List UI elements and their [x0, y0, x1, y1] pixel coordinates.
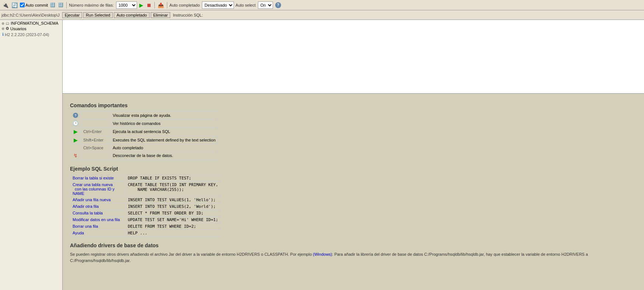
- cmd-desc-disconnect: Desconectar de la base de datos.: [111, 151, 218, 160]
- sql-action-1[interactable]: Borrar la tabla si existe: [70, 175, 126, 182]
- auto-commit-label: Auto commit: [20, 3, 48, 7]
- commands-table: ? Visualizar esta página de ayuda. 🕑 Ver…: [70, 111, 218, 160]
- cmd-shortcut-help: [81, 112, 111, 119]
- max-rows-select[interactable]: 100 500 1000 5000 10000: [116, 1, 137, 9]
- sidebar-item-information-schema[interactable]: ⊕ 🗂 INFORMATION_SCHEMA: [1, 21, 62, 26]
- sep2: [154, 2, 155, 8]
- auto-commit-checkbox[interactable]: [20, 3, 25, 7]
- sep3: [167, 2, 167, 8]
- run-icon-toolbar: ▶: [139, 2, 143, 8]
- cmd-desc-help: Visualizar esta página de ayuda.: [111, 112, 218, 119]
- sql-action-5[interactable]: Consulta la tabla: [70, 210, 126, 217]
- help-icon-toolbar: ?: [275, 2, 281, 8]
- expand-icon-schema1: ⊕: [1, 21, 4, 25]
- transaction-icon2: 🔢: [58, 3, 63, 7]
- sql-code-1: DROP TABLE IF EXISTS TEST;: [126, 175, 221, 182]
- command-row-autocomplete: Ctrl+Space Auto completado: [70, 144, 218, 151]
- sql-code-5: SELECT * FROM TEST ORDER BY ID;: [126, 210, 221, 217]
- sql-action-4[interactable]: Añadir otra fila: [70, 203, 126, 210]
- run-btn-toolbar[interactable]: ▶: [139, 2, 144, 8]
- export-btn[interactable]: 📤: [157, 2, 165, 8]
- cmd-icon-disconnect: ↯: [70, 151, 81, 160]
- cmd-shortcut-disconnect: [81, 151, 111, 160]
- cmd-icon-run: ▶: [70, 127, 81, 136]
- sql-action-6[interactable]: Modificar datos en una fila: [70, 217, 126, 223]
- auto-completado-button[interactable]: Auto completado: [114, 12, 150, 18]
- command-row-disconnect: ↯ Desconectar de la base de datos.: [70, 151, 218, 160]
- history-icon: 🕑: [73, 120, 78, 126]
- refresh-btn[interactable]: 🔄: [11, 2, 18, 8]
- cmd-desc-history: Ver histórico de comandos: [111, 119, 218, 127]
- version-display: ℹ H2 2.2.220 (2023-07-04): [1, 31, 62, 38]
- transaction-btn2[interactable]: 🔢: [57, 2, 64, 8]
- drivers-description: Se pueden registrar otros drivers añadie…: [70, 251, 637, 263]
- sep1: [66, 2, 67, 8]
- cmd-icon-help: ?: [70, 112, 81, 119]
- auto-commit-text: Auto commit: [25, 3, 48, 7]
- cmd-shortcut-history: [81, 119, 111, 127]
- sql-code-3: INSERT INTO TEST VALUES(1, 'Hello');: [126, 197, 221, 203]
- ejecutar-button[interactable]: Ejecutar: [62, 12, 82, 18]
- sidebar-item-usuarios[interactable]: ⊕ ⚙ Usuarios: [1, 26, 62, 31]
- help-cmd-icon: ?: [73, 113, 78, 118]
- cmd-shortcut-run: Ctrl+Enter: [81, 127, 111, 136]
- sql-row-4: Añadir otra fila INSERT INTO TEST VALUES…: [70, 203, 221, 210]
- sql-editor: [63, 20, 644, 94]
- sql-row-1: Borrar la tabla si existe DROP TABLE IF …: [70, 175, 221, 182]
- section2-title: Ejemplo SQL Script: [70, 166, 637, 172]
- sql-row-8: Ayuda HELP ...: [70, 230, 221, 237]
- sidebar: ⊕ 🗂 INFORMATION_SCHEMA ⊕ ⚙ Usuarios ℹ H2…: [0, 20, 63, 290]
- cmd-desc-autocomplete: Auto completado: [111, 144, 218, 151]
- command-row-runsel: ▶ Shift+Enter Executes the SQL statement…: [70, 136, 218, 144]
- command-row-history: 🕑 Ver histórico de comandos: [70, 119, 218, 127]
- eliminar-button[interactable]: Eliminar: [151, 12, 171, 18]
- jdbc-path: jdbc:h2:C:\Users\Alex\Desktop\J: [1, 13, 60, 17]
- schema-icon1: 🗂: [6, 21, 10, 25]
- max-rows-label: Número máximo de filas:: [69, 3, 114, 7]
- auto-select-select[interactable]: On Off: [258, 1, 273, 9]
- refresh-icon: 🔄: [11, 2, 18, 8]
- run-selected-button[interactable]: Run Selected: [83, 12, 113, 18]
- info-icon: ℹ: [2, 32, 4, 37]
- command-row-run: ▶ Ctrl+Enter Ejecuta la actual sentencia…: [70, 127, 218, 136]
- help-toolbar-btn[interactable]: ?: [274, 2, 282, 8]
- command-row-help: ? Visualizar esta página de ayuda.: [70, 112, 218, 119]
- disconnect-toolbar-btn[interactable]: 🔌: [1, 2, 9, 8]
- cmd-icon-autocomplete: [70, 144, 81, 151]
- sql-action-7[interactable]: Borrar una fila: [70, 223, 126, 230]
- cmd-desc-runsel: Executes the SQL statement defined by th…: [111, 136, 218, 144]
- stop-icon-toolbar: ⏹: [146, 2, 151, 8]
- cmd-icon-runsel: ▶: [70, 136, 81, 144]
- cmd-desc-run: Ejecuta la actual sentencia SQL: [111, 127, 218, 136]
- auto-complete-select[interactable]: Activado Desactivado: [202, 1, 234, 9]
- help-content: Comandos importantes ? Visualizar esta p…: [63, 94, 644, 268]
- auto-complete-label: Auto completado: [169, 3, 200, 7]
- expand-icon-schema2: ⊕: [1, 27, 4, 31]
- sql-action-3[interactable]: Añadir una fila nueva: [70, 197, 126, 203]
- transaction-icon1: 🔢: [50, 3, 55, 7]
- cmd-icon-history: 🕑: [70, 119, 81, 127]
- sql-code-6: UPDATE TEST SET NAME='Hi' WHERE ID=1;: [126, 217, 221, 223]
- main-toolbar: 🔌 🔄 Auto commit 🔢 🔢 Número máximo de fil…: [0, 0, 644, 10]
- export-icon: 📤: [158, 2, 164, 8]
- sql-action-8[interactable]: Ayuda: [70, 230, 126, 237]
- sql-action-2[interactable]: Crear una tabla nueva con las columnas I…: [70, 182, 126, 197]
- sql-example-table: Borrar la tabla si existe DROP TABLE IF …: [70, 175, 221, 237]
- sql-code-4: INSERT INTO TEST VALUES(2, 'World');: [126, 203, 221, 210]
- sql-code-7: DELETE FROM TEST WHERE ID=2;: [126, 223, 221, 230]
- windows-highlight: (Windows): [313, 252, 332, 256]
- transaction-btn1[interactable]: 🔢: [49, 2, 56, 8]
- schema1-label: INFORMATION_SCHEMA: [11, 21, 58, 25]
- sql-row-6: Modificar datos en una fila UPDATE TEST …: [70, 217, 221, 223]
- sql-code-8: HELP ...: [126, 230, 221, 237]
- version-text: H2 2.2.220 (2023-07-04): [5, 32, 49, 37]
- schema-icon2: ⚙: [6, 26, 9, 31]
- sql-row-5: Consulta la tabla SELECT * FROM TEST ORD…: [70, 210, 221, 217]
- runsel-icon: ▶: [74, 137, 78, 143]
- stop-btn-toolbar[interactable]: ⏹: [146, 2, 152, 8]
- sql-textarea[interactable]: [63, 20, 644, 93]
- cmd-shortcut-runsel: Shift+Enter: [81, 136, 111, 144]
- cmd-shortcut-autocomplete: Ctrl+Space: [81, 144, 111, 151]
- secondary-toolbar: jdbc:h2:C:\Users\Alex\Desktop\J Ejecutar…: [0, 10, 644, 20]
- auto-select-label: Auto select: [235, 3, 255, 7]
